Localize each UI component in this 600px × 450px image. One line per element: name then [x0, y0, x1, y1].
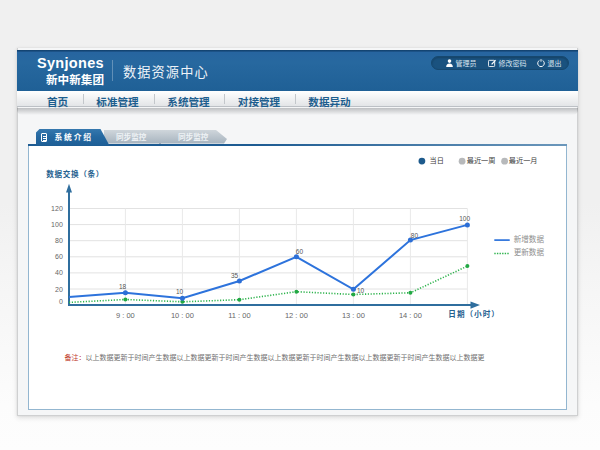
svg-text:新增数据: 新增数据	[514, 233, 545, 244]
svg-text:更新数据: 更新数据	[514, 246, 545, 257]
svg-text:9 : 00: 9 : 00	[116, 311, 135, 320]
svg-text:80: 80	[55, 237, 63, 244]
svg-text:日期（小时）: 日期（小时）	[448, 308, 500, 319]
svg-text:10: 10	[357, 287, 365, 294]
svg-text:60: 60	[55, 253, 63, 260]
svg-text:100: 100	[51, 221, 63, 228]
svg-text:14 : 00: 14 : 00	[399, 311, 422, 320]
svg-text:10 : 00: 10 : 00	[171, 311, 194, 320]
svg-text:80: 80	[411, 231, 419, 238]
svg-text:13 : 00: 13 : 00	[342, 311, 365, 320]
svg-text:备注：以上数据更新于时间产生数据以上数据更新于时间产生数据以: 备注：以上数据更新于时间产生数据以上数据更新于时间产生数据以上数据更新于时间产生…	[65, 351, 485, 361]
svg-text:11 : 00: 11 : 00	[228, 311, 250, 320]
svg-text:0: 0	[59, 298, 63, 305]
svg-text:40: 40	[55, 269, 63, 276]
svg-text:当日: 当日	[430, 155, 444, 165]
svg-text:数据交换（条）: 数据交换（条）	[46, 168, 104, 179]
svg-text:60: 60	[296, 248, 304, 255]
svg-text:35: 35	[231, 272, 239, 279]
svg-text:10: 10	[176, 288, 184, 295]
svg-text:120: 120	[51, 205, 63, 212]
svg-text:12 : 00: 12 : 00	[285, 311, 308, 320]
svg-text:最近一周: 最近一周	[467, 155, 496, 165]
svg-text:100: 100	[459, 214, 470, 221]
svg-text:最近一月: 最近一月	[509, 155, 538, 165]
svg-text:18: 18	[119, 282, 127, 289]
svg-text:20: 20	[55, 285, 63, 292]
